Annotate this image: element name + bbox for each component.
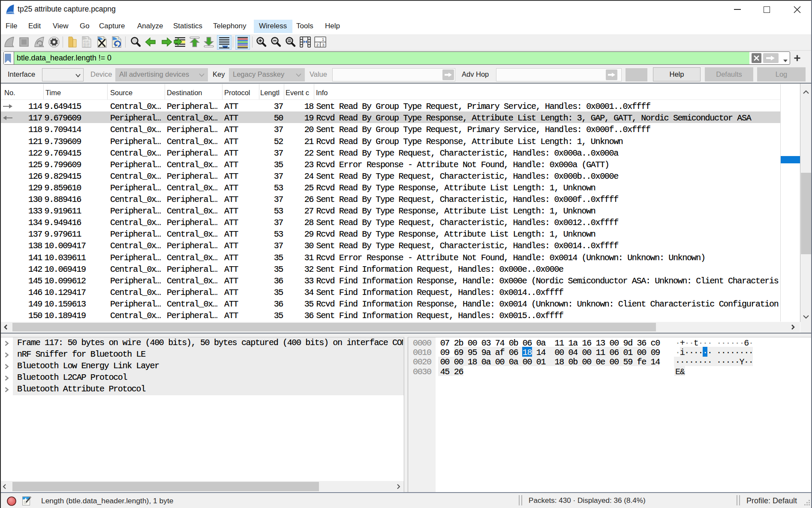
svg-text:1: 1: [322, 37, 324, 42]
svg-text:3: 3: [322, 43, 325, 47]
svg-text:0111: 0111: [84, 45, 90, 48]
svg-text:2: 2: [316, 43, 319, 47]
